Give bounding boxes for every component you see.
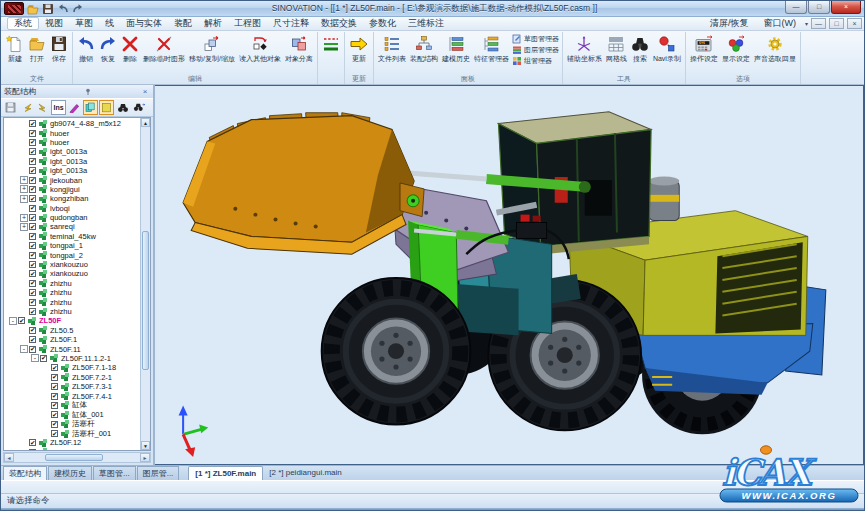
tree-item[interactable]: huoer — [4, 128, 140, 137]
checkbox-icon[interactable] — [29, 327, 36, 334]
checkbox-icon[interactable] — [29, 148, 36, 155]
tree-expand-arrow-icon[interactable] — [19, 100, 34, 115]
mdi-restore-button[interactable]: □ — [829, 18, 844, 29]
viewport-3d[interactable] — [155, 85, 864, 465]
tree-item[interactable]: -ZL50F.11 — [4, 344, 140, 353]
menu-analysis[interactable]: 解析 — [198, 17, 228, 30]
open-icon[interactable] — [26, 3, 39, 15]
sketch-manager-button[interactable]: 草图管理器 — [512, 34, 559, 44]
tree-collapse-arrow-icon[interactable] — [35, 100, 50, 115]
checkbox-icon[interactable] — [29, 214, 36, 221]
collapse-icon[interactable]: - — [9, 317, 17, 325]
operation-settings-button[interactable]: SYS操作设定 — [688, 32, 720, 63]
tree-item[interactable]: teminal_45kw — [4, 232, 140, 241]
menu-sketch[interactable]: 草图 — [69, 17, 99, 30]
checkbox-icon[interactable] — [29, 289, 36, 296]
checkbox-icon[interactable] — [29, 177, 36, 184]
separate-objects-button[interactable]: 对象分离 — [283, 32, 315, 63]
tree-item[interactable]: zhizhu — [4, 307, 140, 316]
checkbox-icon[interactable] — [18, 317, 25, 324]
checkbox-icon[interactable] — [29, 186, 36, 193]
chevron-down-icon[interactable]: ▾ — [805, 20, 808, 27]
insert-mode-button[interactable]: Ins — [51, 100, 66, 115]
gridlines-button[interactable]: 网格线 — [604, 32, 629, 63]
scrollbar-thumb[interactable] — [142, 231, 149, 370]
menu-drawing[interactable]: 工程图 — [228, 17, 267, 30]
menu-assembly[interactable]: 装配 — [168, 17, 198, 30]
close-button[interactable]: × — [831, 1, 861, 14]
expand-icon[interactable]: + — [20, 195, 28, 203]
checkbox-icon[interactable] — [29, 233, 36, 240]
tree-item[interactable]: ZL50F.7.3-1 — [4, 382, 140, 391]
menu-parametric[interactable]: 参数化 — [363, 17, 402, 30]
update-button[interactable]: 更新 — [347, 32, 371, 63]
tree-item[interactable]: +sanreqi — [4, 222, 140, 231]
checkbox-icon[interactable] — [29, 223, 36, 230]
navi-record-button[interactable]: Navi录制 — [651, 32, 683, 63]
tree-item[interactable]: +qudongban — [4, 213, 140, 222]
tree-item[interactable]: +kongzhiban — [4, 194, 140, 203]
tree-item[interactable]: tongpai_1 — [4, 241, 140, 250]
find-icon[interactable] — [115, 100, 130, 115]
group-manager-button[interactable]: 组管理器 — [512, 56, 559, 66]
panel-tab-history[interactable]: 建模历史 — [48, 466, 92, 480]
tree-item[interactable]: xiankouzuo — [4, 260, 140, 269]
tree-item[interactable]: ZL50.5 — [4, 326, 140, 335]
tree-item[interactable]: ZL50F.7.4-1 — [4, 391, 140, 400]
mdi-minimize-button[interactable]: — — [811, 18, 826, 29]
menu-3d-annotation[interactable]: 三维标注 — [402, 17, 450, 30]
delete-temp-button[interactable]: 删除临时图形 — [141, 32, 187, 63]
expand-icon[interactable]: + — [20, 176, 28, 184]
checkbox-icon[interactable] — [29, 280, 36, 287]
checkbox-icon[interactable] — [29, 449, 36, 451]
checkbox-icon[interactable] — [40, 355, 47, 362]
tree-item[interactable]: lvboqi — [4, 204, 140, 213]
checkbox-icon[interactable] — [29, 139, 36, 146]
menu-system[interactable]: 系统 — [7, 17, 39, 30]
display-settings-button[interactable]: 显示设定 — [720, 32, 752, 63]
tree-item[interactable]: ZL50F.1 — [4, 335, 140, 344]
layer-manager-button[interactable]: 图层管理器 — [512, 45, 559, 55]
copy-structure-icon[interactable] — [83, 100, 98, 115]
checkbox-icon[interactable] — [29, 299, 36, 306]
assembly-structure-button[interactable]: 装配结构 — [408, 32, 440, 63]
search-button[interactable]: 搜索 — [629, 32, 651, 63]
tree-item[interactable]: igbt_0013a — [4, 157, 140, 166]
collapse-icon[interactable]: - — [31, 354, 39, 362]
doc-tab-zl50f[interactable]: [1 *] ZL50F.main — [188, 466, 263, 480]
open-button[interactable]: 打开 — [26, 32, 48, 63]
menu-surface-solid[interactable]: 面与实体 — [120, 17, 168, 30]
tree-item[interactable]: 缸体_001 — [4, 410, 140, 419]
tree-item[interactable]: 缸体 — [4, 401, 140, 410]
checkbox-icon[interactable] — [51, 364, 58, 371]
redo-icon[interactable] — [71, 3, 84, 15]
panel-tab-layer[interactable]: 图层管... — [137, 466, 180, 480]
tree-item-selected[interactable]: -ZL50F — [4, 316, 140, 325]
undo-button[interactable]: 撤销 — [75, 32, 97, 63]
scroll-left-icon[interactable]: ◄ — [4, 453, 14, 462]
tree-item[interactable]: ZL50F.12 — [4, 438, 140, 447]
expand-icon[interactable]: + — [20, 223, 28, 231]
tree-item[interactable]: 活塞杆_001 — [4, 429, 140, 438]
expand-icon[interactable]: + — [20, 214, 28, 222]
modeling-history-button[interactable]: 建模历史 — [440, 32, 472, 63]
menu-view[interactable]: 视图 — [39, 17, 69, 30]
tree-item[interactable]: +jiekouban — [4, 175, 140, 184]
doc-tab-peidiangui[interactable]: [2 *] peidiangui.main — [263, 466, 348, 480]
file-list-button[interactable]: 文件列表 — [376, 32, 408, 63]
tree-item[interactable]: igbt_0013a — [4, 147, 140, 156]
collapse-icon[interactable]: - — [20, 345, 28, 353]
checkbox-icon[interactable] — [29, 252, 36, 259]
tree-item[interactable]: huoer — [4, 138, 140, 147]
tree-item[interactable]: tongpai_2 — [4, 250, 140, 259]
checkbox-icon[interactable] — [29, 167, 36, 174]
checkbox-icon[interactable] — [51, 411, 58, 418]
delete-button[interactable]: 删除 — [119, 32, 141, 63]
tree-item[interactable]: ZL50F.7.1-18 — [4, 363, 140, 372]
color-linetype-button[interactable] — [320, 32, 342, 54]
scroll-right-icon[interactable]: ► — [140, 453, 150, 462]
scroll-down-icon[interactable]: ▼ — [141, 441, 150, 450]
checkbox-icon[interactable] — [29, 130, 36, 137]
tree-item[interactable]: igbt_0013a — [4, 166, 140, 175]
checkbox-icon[interactable] — [51, 374, 58, 381]
